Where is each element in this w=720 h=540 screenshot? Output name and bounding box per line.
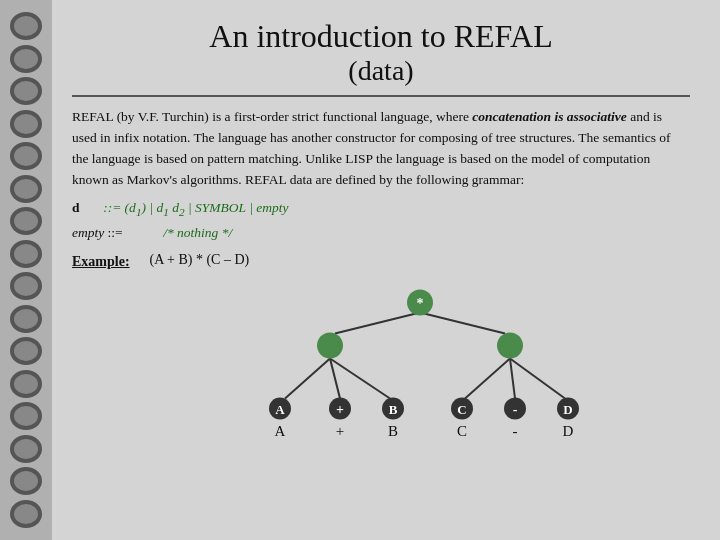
description-paragraph: REFAL (by V.F. Turchin) is a first-order… [72, 107, 690, 191]
desc-bold-italic: concatenation is associative [472, 109, 627, 124]
svg-line-1 [420, 312, 505, 333]
spiral-ring [10, 240, 42, 268]
spiral-ring [10, 45, 42, 73]
example-expression: (A + B) * (C – D) [150, 252, 690, 268]
svg-text:+: + [336, 401, 344, 416]
svg-line-7 [510, 358, 565, 398]
title-sub: (data) [72, 55, 690, 87]
svg-text:B: B [388, 401, 397, 416]
svg-line-5 [465, 358, 510, 398]
grammar-d-line: d ::= (d1) | d1 d2 | SYMBOL | empty [72, 197, 690, 221]
example-section: Example: (A + B) * (C – D) [72, 252, 690, 468]
spiral-ring [10, 272, 42, 300]
spiral-binding [0, 0, 52, 540]
spiral-ring [10, 467, 42, 495]
example-label: Example: [72, 254, 130, 270]
spiral-ring [10, 435, 42, 463]
svg-text:D: D [563, 401, 572, 416]
title-block: An introduction to REFAL (data) [72, 18, 690, 87]
title-main: An introduction to REFAL [72, 18, 690, 55]
svg-text:D: D [562, 422, 573, 438]
tree-svg: * A + B [230, 278, 610, 468]
title-divider [72, 95, 690, 97]
svg-text:-: - [512, 401, 517, 416]
svg-line-0 [335, 312, 420, 333]
spiral-ring [10, 207, 42, 235]
svg-text:A: A [275, 401, 285, 416]
svg-point-10 [317, 332, 343, 358]
svg-text:A: A [274, 422, 285, 438]
spiral-ring [10, 77, 42, 105]
spiral-ring [10, 305, 42, 333]
svg-line-6 [510, 358, 515, 398]
svg-text:*: * [416, 295, 423, 310]
spiral-ring [10, 175, 42, 203]
grammar-d-bold: d [72, 200, 80, 215]
tree-diagram: * A + B [230, 278, 610, 468]
spiral-ring [10, 142, 42, 170]
svg-text:C: C [457, 401, 466, 416]
spiral-ring [10, 12, 42, 40]
svg-text:B: B [388, 422, 398, 438]
svg-line-2 [285, 358, 330, 398]
example-content: (A + B) * (C – D) [150, 252, 690, 468]
slide: An introduction to REFAL (data) REFAL (b… [0, 0, 720, 540]
spiral-ring [10, 110, 42, 138]
svg-point-11 [497, 332, 523, 358]
grammar-empty-line: empty ::= /* nothing */ [72, 222, 690, 244]
spiral-ring [10, 402, 42, 430]
svg-text:+: + [336, 422, 344, 438]
grammar-empty-label: empty ::= [72, 225, 123, 240]
svg-text:-: - [512, 422, 517, 438]
spiral-ring [10, 500, 42, 528]
spiral-ring [10, 370, 42, 398]
svg-text:C: C [457, 422, 467, 438]
grammar-empty-comment: /* nothing */ [163, 225, 232, 240]
slide-content: An introduction to REFAL (data) REFAL (b… [52, 0, 720, 540]
spiral-ring [10, 337, 42, 365]
desc-part1: REFAL (by V.F. Turchin) is a first-order… [72, 109, 472, 124]
